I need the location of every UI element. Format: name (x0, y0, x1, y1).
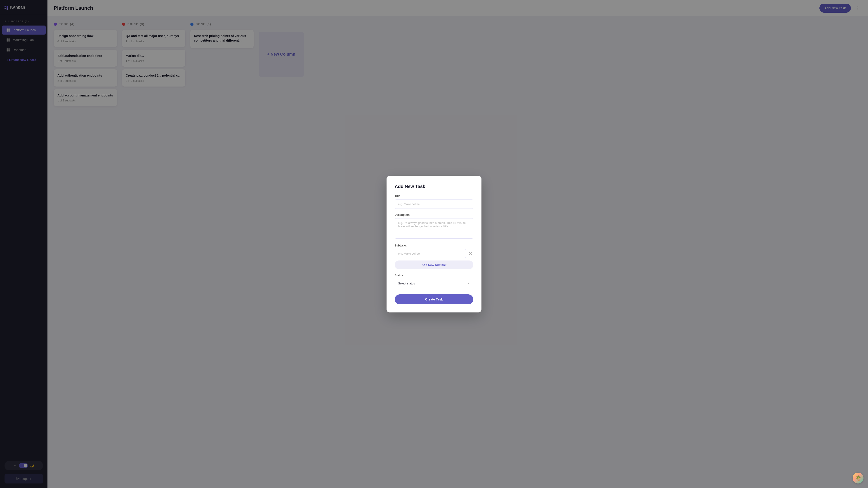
subtasks-field-group: Subtasks ✕ Add New Subtask (395, 244, 473, 269)
subtasks-label: Subtasks (395, 244, 473, 247)
modal-overlay[interactable]: Add New Task Title Description Subtasks … (0, 0, 868, 488)
status-select[interactable]: Select status Todo Doing Done (395, 279, 473, 288)
description-field-group: Description (395, 213, 473, 239)
subtask-row: ✕ (395, 249, 473, 258)
description-label: Description (395, 213, 473, 217)
avatar[interactable]: 🌴 (852, 473, 864, 484)
subtask-remove-button[interactable]: ✕ (468, 250, 473, 257)
close-icon: ✕ (469, 251, 472, 256)
status-label: Status (395, 274, 473, 277)
title-label: Title (395, 195, 473, 198)
add-subtask-button[interactable]: Add New Subtask (395, 260, 473, 269)
modal-title: Add New Task (395, 184, 473, 189)
status-field-group: Status Select status Todo Doing Done (395, 274, 473, 288)
title-input[interactable] (395, 199, 473, 209)
subtask-input[interactable] (395, 249, 466, 258)
description-input[interactable] (395, 218, 473, 238)
add-task-modal: Add New Task Title Description Subtasks … (386, 176, 482, 313)
title-field-group: Title (395, 195, 473, 209)
create-task-button[interactable]: Create Task (395, 294, 473, 304)
